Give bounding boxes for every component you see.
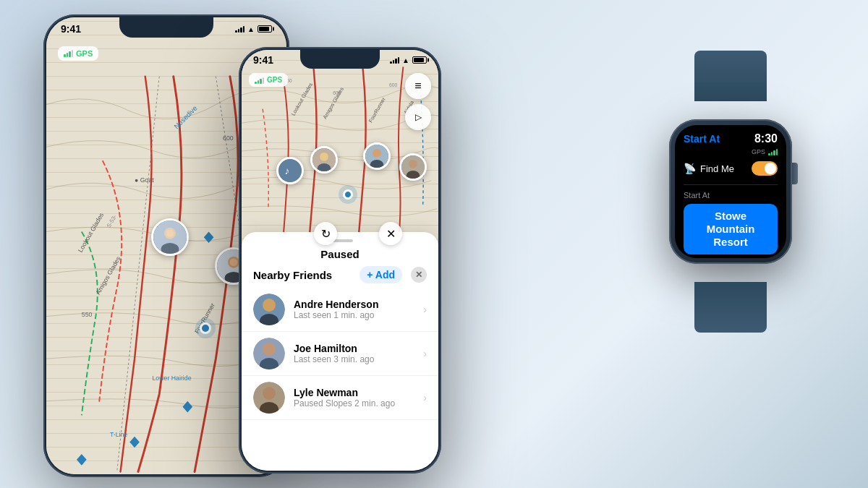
friend-avatar-lyle — [253, 382, 285, 414]
friend-avatar-andre — [253, 294, 285, 325]
bottom-sheet: Paused Nearby Friends + Add ✕ Andre Hend… — [242, 232, 438, 471]
section-title: Nearby Friends + Add ✕ — [242, 266, 438, 283]
watch-gps-row: GPS — [684, 148, 778, 155]
svg-text:♪: ♪ — [284, 166, 289, 176]
watch-resort-button[interactable]: Stowe Mountain Resort — [684, 204, 778, 254]
add-friends-btn[interactable]: + Add — [359, 266, 402, 283]
wifi-icon: ▲ — [247, 25, 255, 33]
friend-chevron-joe: › — [423, 348, 427, 359]
front-avatar-3 — [363, 142, 391, 170]
battery-icon — [258, 25, 272, 33]
svg-text:Lookout Glades: Lookout Glades — [290, 82, 314, 117]
svg-text:600: 600 — [389, 82, 398, 87]
location-dot-back — [200, 322, 211, 334]
friend-name-lyle: Lyle Newman — [294, 387, 423, 398]
svg-text:Nosedive: Nosedive — [172, 104, 199, 131]
front-avatar-2 — [310, 146, 338, 174]
friend-chevron-andre: › — [423, 304, 427, 315]
wifi-icon-front: ▲ — [402, 56, 409, 64]
watch-screen: Start At 8:30 GPS 📡 — [675, 125, 786, 258]
avatar-pin-1 — [151, 218, 189, 256]
friend-name-joe: Joe Hamilton — [294, 343, 423, 354]
friend-avatar-joe — [253, 338, 285, 369]
svg-point-57 — [263, 387, 276, 400]
find-me-toggle[interactable] — [752, 161, 778, 176]
svg-marker-15 — [129, 437, 140, 448]
svg-text:Amigos Glades: Amigos Glades — [94, 254, 122, 296]
front-avatar-1: ♪ — [276, 157, 304, 184]
watch-band-top — [694, 51, 767, 101]
watch-body: Start At 8:30 GPS 📡 — [669, 119, 792, 264]
phone-back-time: 9:41 — [61, 23, 81, 35]
friend-info-joe: Joe Hamilton Last seen 3 min. ago — [294, 343, 423, 364]
phone-back-signal: ▲ — [235, 25, 272, 33]
svg-point-39 — [278, 159, 302, 182]
phone-back-status-bar: 9:41 ▲ — [46, 23, 286, 35]
friend-name-andre: Andre Henderson — [294, 299, 423, 310]
watch-band-bottom — [694, 282, 767, 333]
watch-title: Start At — [684, 133, 720, 145]
gps-label-front: GPS — [267, 76, 282, 84]
reload-btn[interactable]: ↻ — [314, 222, 337, 245]
paused-label: Paused — [242, 247, 438, 266]
front-map: GPS ≡ ▷ Look — [242, 50, 438, 252]
svg-text:● Goat: ● Goat — [135, 176, 154, 184]
watch-content: Start At 8:30 GPS 📡 — [675, 125, 786, 258]
gps-badge-back: GPS — [58, 46, 98, 61]
phone-front: 9:41 ▲ — [239, 47, 441, 474]
friend-row-andre[interactable]: Andre Henderson Last seen 1 min. ago › — [242, 288, 438, 332]
friend-row-joe[interactable]: Joe Hamilton Last seen 3 min. ago › — [242, 332, 438, 376]
svg-text:T-Line: T-Line — [110, 431, 127, 438]
apple-watch: Start At 8:30 GPS 📡 — [651, 94, 810, 289]
svg-point-25 — [230, 258, 238, 266]
signal-bars — [235, 25, 244, 33]
front-avatar-4 — [399, 153, 427, 181]
svg-text:Lower Hairide: Lower Hairide — [152, 374, 191, 382]
battery-icon-front — [412, 56, 427, 64]
watch-divider — [684, 184, 778, 185]
navigate-btn[interactable]: ▷ — [405, 104, 431, 130]
svg-point-54 — [263, 343, 276, 356]
svg-text:S-53-: S-53- — [106, 213, 119, 228]
find-me-label: 📡 Find Me — [684, 163, 734, 174]
svg-point-45 — [373, 149, 381, 158]
watch-start-at-label: Start At — [684, 191, 778, 200]
gps-badge-front: GPS — [249, 73, 288, 87]
svg-marker-16 — [182, 401, 192, 413]
phone-front-signal: ▲ — [390, 56, 427, 64]
signal-broadcast-icon: 📡 — [684, 163, 696, 174]
close-sheet-btn[interactable]: ✕ — [411, 267, 427, 283]
svg-marker-14 — [204, 231, 214, 243]
close-map-btn[interactable]: ✕ — [379, 222, 402, 245]
watch-header: Start At 8:30 — [684, 132, 778, 145]
svg-point-42 — [320, 153, 328, 161]
friend-row-lyle[interactable]: Lyle Newman Paused Slopes 2 min. ago › — [242, 376, 438, 420]
friend-chevron-lyle: › — [423, 392, 427, 403]
svg-text:600: 600 — [223, 134, 234, 142]
watch-find-me-row: 📡 Find Me — [684, 161, 778, 176]
svg-text:550: 550 — [82, 311, 93, 318]
watch-gps-label: GPS — [752, 148, 765, 155]
watch-crown — [792, 163, 798, 184]
gps-label-back: GPS — [76, 49, 93, 58]
map-layers-btn[interactable]: ≡ — [405, 73, 431, 99]
friend-status-lyle: Paused Slopes 2 min. ago — [294, 398, 423, 408]
svg-marker-17 — [77, 454, 87, 466]
svg-text:Lookout Glades: Lookout Glades — [77, 211, 106, 254]
location-dot-front — [343, 189, 353, 200]
svg-point-51 — [263, 299, 276, 312]
svg-point-21 — [166, 229, 174, 237]
phone-front-status-bar: 9:41 ▲ — [242, 54, 438, 66]
friend-status-andre: Last seen 1 min. ago — [294, 310, 423, 320]
svg-point-48 — [409, 160, 417, 168]
phone-front-time: 9:41 — [253, 54, 273, 66]
svg-text:600: 600 — [333, 90, 341, 95]
friend-status-joe: Last seen 3 min. ago — [294, 354, 423, 364]
watch-resort-name: Stowe Mountain Resort — [692, 210, 769, 249]
friend-info-andre: Andre Henderson Last seen 1 min. ago — [294, 299, 423, 320]
watch-time: 8:30 — [754, 132, 778, 145]
friend-info-lyle: Lyle Newman Paused Slopes 2 min. ago — [294, 387, 423, 408]
